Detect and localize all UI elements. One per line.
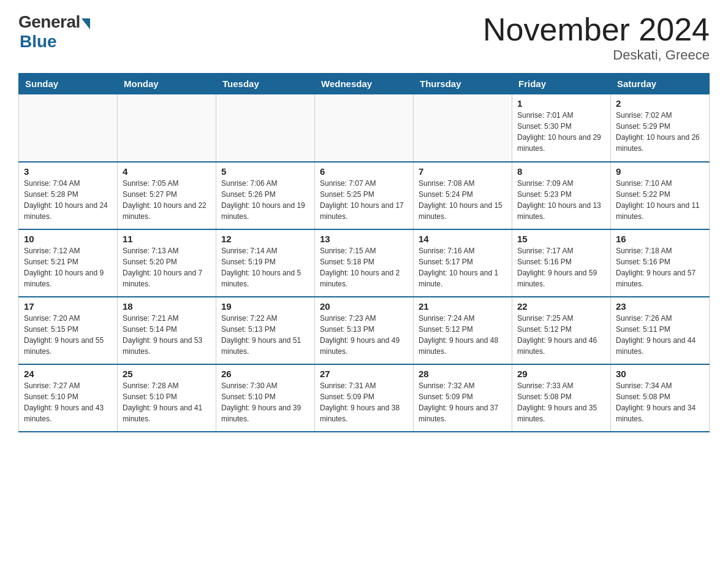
day-info: Sunrise: 7:05 AM Sunset: 5:27 PM Dayligh… xyxy=(123,178,211,222)
day-info: Sunrise: 7:20 AM Sunset: 5:15 PM Dayligh… xyxy=(24,313,112,357)
calendar-cell: 26Sunrise: 7:30 AM Sunset: 5:10 PM Dayli… xyxy=(216,364,315,432)
calendar-cell: 3Sunrise: 7:04 AM Sunset: 5:28 PM Daylig… xyxy=(19,162,118,229)
day-info: Sunrise: 7:06 AM Sunset: 5:26 PM Dayligh… xyxy=(221,178,309,222)
calendar-week-row: 24Sunrise: 7:27 AM Sunset: 5:10 PM Dayli… xyxy=(19,364,710,432)
month-title: November 2024 xyxy=(483,12,710,47)
logo-blue-text: Blue xyxy=(20,32,57,52)
day-number: 26 xyxy=(221,369,309,379)
calendar-cell: 7Sunrise: 7:08 AM Sunset: 5:24 PM Daylig… xyxy=(414,162,512,229)
calendar-week-row: 10Sunrise: 7:12 AM Sunset: 5:21 PM Dayli… xyxy=(19,229,710,297)
calendar-header-row: SundayMondayTuesdayWednesdayThursdayFrid… xyxy=(19,74,710,94)
day-number: 13 xyxy=(320,234,408,244)
day-number: 11 xyxy=(123,234,211,244)
day-info: Sunrise: 7:12 AM Sunset: 5:21 PM Dayligh… xyxy=(24,245,112,289)
day-number: 5 xyxy=(221,166,309,177)
day-info: Sunrise: 7:09 AM Sunset: 5:23 PM Dayligh… xyxy=(517,178,605,222)
day-info: Sunrise: 7:23 AM Sunset: 5:13 PM Dayligh… xyxy=(320,313,408,357)
weekday-header-monday: Monday xyxy=(118,74,216,94)
weekday-header-saturday: Saturday xyxy=(611,74,710,94)
day-number: 14 xyxy=(419,234,507,244)
calendar-cell: 18Sunrise: 7:21 AM Sunset: 5:14 PM Dayli… xyxy=(118,297,216,364)
page-header: General Blue November 2024 Deskati, Gree… xyxy=(18,12,710,63)
calendar-cell: 9Sunrise: 7:10 AM Sunset: 5:22 PM Daylig… xyxy=(611,162,710,229)
location-text: Deskati, Greece xyxy=(483,47,710,63)
calendar-cell: 8Sunrise: 7:09 AM Sunset: 5:23 PM Daylig… xyxy=(512,162,611,229)
calendar-cell xyxy=(216,94,315,162)
day-info: Sunrise: 7:34 AM Sunset: 5:08 PM Dayligh… xyxy=(616,380,704,424)
calendar-cell: 11Sunrise: 7:13 AM Sunset: 5:20 PM Dayli… xyxy=(118,229,216,297)
calendar-cell xyxy=(118,94,216,162)
day-number: 21 xyxy=(419,301,507,312)
day-number: 16 xyxy=(616,234,704,244)
day-info: Sunrise: 7:02 AM Sunset: 5:29 PM Dayligh… xyxy=(616,110,704,154)
calendar-cell: 27Sunrise: 7:31 AM Sunset: 5:09 PM Dayli… xyxy=(315,364,414,432)
weekday-header-thursday: Thursday xyxy=(414,74,512,94)
calendar-cell: 25Sunrise: 7:28 AM Sunset: 5:10 PM Dayli… xyxy=(118,364,216,432)
day-number: 12 xyxy=(221,234,309,244)
day-info: Sunrise: 7:07 AM Sunset: 5:25 PM Dayligh… xyxy=(320,178,408,222)
day-number: 9 xyxy=(616,166,704,177)
calendar-cell: 23Sunrise: 7:26 AM Sunset: 5:11 PM Dayli… xyxy=(611,297,710,364)
day-info: Sunrise: 7:30 AM Sunset: 5:10 PM Dayligh… xyxy=(221,380,309,424)
day-number: 3 xyxy=(24,166,112,177)
day-info: Sunrise: 7:31 AM Sunset: 5:09 PM Dayligh… xyxy=(320,380,408,424)
day-info: Sunrise: 7:13 AM Sunset: 5:20 PM Dayligh… xyxy=(123,245,211,289)
weekday-header-sunday: Sunday xyxy=(19,74,118,94)
day-number: 17 xyxy=(24,301,112,312)
calendar-cell: 28Sunrise: 7:32 AM Sunset: 5:09 PM Dayli… xyxy=(414,364,512,432)
day-info: Sunrise: 7:17 AM Sunset: 5:16 PM Dayligh… xyxy=(517,245,605,289)
day-info: Sunrise: 7:28 AM Sunset: 5:10 PM Dayligh… xyxy=(123,380,211,424)
calendar-cell: 4Sunrise: 7:05 AM Sunset: 5:27 PM Daylig… xyxy=(118,162,216,229)
weekday-header-wednesday: Wednesday xyxy=(315,74,414,94)
title-section: November 2024 Deskati, Greece xyxy=(483,12,710,63)
weekday-header-friday: Friday xyxy=(512,74,611,94)
logo: General Blue xyxy=(18,12,90,52)
day-info: Sunrise: 7:04 AM Sunset: 5:28 PM Dayligh… xyxy=(24,178,112,222)
calendar-cell xyxy=(19,94,118,162)
calendar-cell: 15Sunrise: 7:17 AM Sunset: 5:16 PM Dayli… xyxy=(512,229,611,297)
day-info: Sunrise: 7:26 AM Sunset: 5:11 PM Dayligh… xyxy=(616,313,704,357)
calendar-cell: 22Sunrise: 7:25 AM Sunset: 5:12 PM Dayli… xyxy=(512,297,611,364)
day-info: Sunrise: 7:18 AM Sunset: 5:16 PM Dayligh… xyxy=(616,245,704,289)
calendar-cell: 17Sunrise: 7:20 AM Sunset: 5:15 PM Dayli… xyxy=(19,297,118,364)
day-info: Sunrise: 7:10 AM Sunset: 5:22 PM Dayligh… xyxy=(616,178,704,222)
day-number: 25 xyxy=(123,369,211,379)
weekday-header-tuesday: Tuesday xyxy=(216,74,315,94)
day-number: 22 xyxy=(517,301,605,312)
calendar-cell: 20Sunrise: 7:23 AM Sunset: 5:13 PM Dayli… xyxy=(315,297,414,364)
calendar-cell: 30Sunrise: 7:34 AM Sunset: 5:08 PM Dayli… xyxy=(611,364,710,432)
day-number: 27 xyxy=(320,369,408,379)
day-number: 18 xyxy=(123,301,211,312)
calendar-cell: 6Sunrise: 7:07 AM Sunset: 5:25 PM Daylig… xyxy=(315,162,414,229)
calendar-cell: 1Sunrise: 7:01 AM Sunset: 5:30 PM Daylig… xyxy=(512,94,611,162)
calendar-cell xyxy=(414,94,512,162)
logo-general-text: General xyxy=(18,12,80,32)
day-number: 10 xyxy=(24,234,112,244)
day-number: 4 xyxy=(123,166,211,177)
day-number: 29 xyxy=(517,369,605,379)
day-number: 8 xyxy=(517,166,605,177)
calendar-cell: 12Sunrise: 7:14 AM Sunset: 5:19 PM Dayli… xyxy=(216,229,315,297)
calendar-cell: 2Sunrise: 7:02 AM Sunset: 5:29 PM Daylig… xyxy=(611,94,710,162)
day-number: 7 xyxy=(419,166,507,177)
calendar-week-row: 3Sunrise: 7:04 AM Sunset: 5:28 PM Daylig… xyxy=(19,162,710,229)
calendar-cell: 19Sunrise: 7:22 AM Sunset: 5:13 PM Dayli… xyxy=(216,297,315,364)
calendar-cell xyxy=(315,94,414,162)
day-info: Sunrise: 7:14 AM Sunset: 5:19 PM Dayligh… xyxy=(221,245,309,289)
day-number: 20 xyxy=(320,301,408,312)
day-number: 30 xyxy=(616,369,704,379)
day-number: 15 xyxy=(517,234,605,244)
calendar-cell: 14Sunrise: 7:16 AM Sunset: 5:17 PM Dayli… xyxy=(414,229,512,297)
calendar-table: SundayMondayTuesdayWednesdayThursdayFrid… xyxy=(18,73,710,432)
day-info: Sunrise: 7:16 AM Sunset: 5:17 PM Dayligh… xyxy=(419,245,507,289)
day-info: Sunrise: 7:27 AM Sunset: 5:10 PM Dayligh… xyxy=(24,380,112,424)
calendar-cell: 24Sunrise: 7:27 AM Sunset: 5:10 PM Dayli… xyxy=(19,364,118,432)
day-number: 23 xyxy=(616,301,704,312)
calendar-cell: 5Sunrise: 7:06 AM Sunset: 5:26 PM Daylig… xyxy=(216,162,315,229)
day-number: 19 xyxy=(221,301,309,312)
day-number: 6 xyxy=(320,166,408,177)
day-info: Sunrise: 7:22 AM Sunset: 5:13 PM Dayligh… xyxy=(221,313,309,357)
day-info: Sunrise: 7:08 AM Sunset: 5:24 PM Dayligh… xyxy=(419,178,507,222)
calendar-cell: 29Sunrise: 7:33 AM Sunset: 5:08 PM Dayli… xyxy=(512,364,611,432)
calendar-cell: 21Sunrise: 7:24 AM Sunset: 5:12 PM Dayli… xyxy=(414,297,512,364)
